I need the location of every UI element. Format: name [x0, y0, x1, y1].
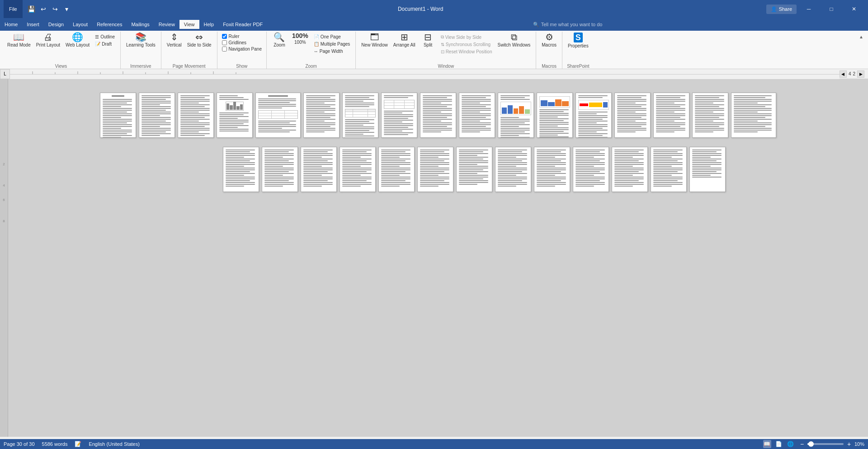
ruler-checkbox[interactable] — [222, 34, 227, 39]
tab-insert[interactable]: Insert — [22, 20, 44, 29]
page-thumb-13 — [576, 93, 612, 138]
tab-home[interactable]: Home — [0, 20, 22, 29]
tab-review[interactable]: Review — [154, 20, 179, 29]
draft-button[interactable]: 📝 Draft — [93, 41, 113, 47]
arrange-all-button[interactable]: ⊞ Arrange All — [392, 32, 417, 48]
page-thumb-8 — [381, 93, 417, 138]
page-thumb-11 — [498, 93, 534, 138]
page-marker-6: 6 — [0, 196, 8, 204]
page-thumb-10 — [459, 93, 495, 138]
gridlines-checkbox[interactable] — [222, 40, 227, 45]
side-to-side-button[interactable]: ⇔ Side to Side — [185, 32, 213, 48]
page-row-2 — [223, 147, 726, 192]
print-layout-icon: 🖨 — [43, 33, 52, 42]
ruler-bar — [10, 69, 840, 79]
page-thumb-5 — [255, 93, 301, 138]
views-secondary: ☰ Outline 📝 Draft — [93, 32, 117, 47]
close-button[interactable]: ✕ — [844, 0, 864, 18]
page-marker-8: 8 — [0, 217, 8, 225]
collapse-ribbon-button[interactable]: ▲ — [856, 32, 866, 42]
show-checkboxes: Ruler Gridlines Navigation Pane — [221, 32, 263, 63]
page-thumb-23 — [417, 147, 453, 192]
spell-check-icon[interactable]: 📝 — [75, 441, 81, 447]
print-layout-button[interactable]: 🖨 Print Layout — [34, 32, 62, 48]
tab-mailings[interactable]: Mailings — [127, 20, 154, 29]
gridlines-checkbox-row[interactable]: Gridlines — [221, 40, 247, 46]
tab-references[interactable]: References — [92, 20, 127, 29]
share-button[interactable]: 👤 Macros Share — [766, 5, 797, 14]
ribbon-group-immersive: 📚 Learning Tools Immersive — [121, 32, 161, 69]
zoom-button[interactable]: 🔍 Zoom — [270, 32, 288, 48]
read-mode-icon: 📖 — [13, 33, 24, 42]
sync-scroll-label: Synchronous Scrolling — [446, 42, 491, 47]
macros-button[interactable]: ⚙ Macros — [540, 32, 558, 48]
reset-window-position-button[interactable]: ⊡ Reset Window Position — [439, 48, 494, 55]
macros-icon: ⚙ — [545, 33, 553, 42]
zoom-thumb[interactable] — [808, 441, 814, 447]
read-mode-button[interactable]: 📖 Read Mode — [5, 32, 33, 48]
zoom-group-label: Zoom — [270, 64, 352, 69]
page-thumb-29 — [651, 147, 687, 192]
immersive-buttons: 📚 Learning Tools — [124, 32, 157, 63]
view-side-by-side-button[interactable]: ⧉ View Side by Side — [439, 33, 483, 41]
page-thumb-3 — [178, 93, 214, 138]
tab-help[interactable]: Help — [199, 20, 219, 29]
ribbon-group-zoom: 🔍 Zoom 100% 100% 📄 One Page 📋 Multiple P… — [267, 32, 356, 69]
switch-windows-button[interactable]: ⧉ Switch Windows — [495, 32, 532, 48]
zoom-minus-btn[interactable]: − — [798, 440, 806, 448]
zoom-100-icon: 100% — [292, 33, 308, 39]
one-page-button[interactable]: 📄 One Page — [312, 33, 343, 40]
file-tab[interactable]: File — [4, 0, 23, 18]
tab-design[interactable]: Design — [44, 20, 68, 29]
search-area[interactable]: 🔍 Tell me what you want to do — [267, 22, 868, 28]
search-placeholder-text: Tell me what you want to do — [541, 22, 603, 27]
page-down-btn[interactable]: ▶ — [857, 70, 864, 78]
ribbon-group-views: 📖 Read Mode 🖨 Print Layout 🌐 Web Layout … — [2, 32, 121, 69]
undo-quick-btn[interactable]: ↩ — [38, 4, 49, 14]
minimize-button[interactable]: ─ — [798, 0, 819, 18]
read-mode-view-btn[interactable]: 📖 — [763, 440, 771, 448]
outline-button[interactable]: ☰ Outline — [93, 33, 117, 40]
window-label: Window — [359, 64, 532, 69]
synchronous-scrolling-button[interactable]: ⇅ Synchronous Scrolling — [439, 41, 493, 48]
page-width-button[interactable]: ↔ Page Width — [312, 48, 345, 55]
ribbon: 📖 Read Mode 🖨 Print Layout 🌐 Web Layout … — [0, 31, 868, 69]
macros-label: Macros — [542, 42, 557, 47]
customize-quick-btn[interactable]: ▾ — [61, 4, 72, 14]
zoom-plus-btn[interactable]: + — [845, 440, 853, 448]
ruler-align-button[interactable]: L — [0, 69, 10, 79]
print-layout-view-btn[interactable]: 📄 — [775, 440, 783, 448]
redo-quick-btn[interactable]: ↪ — [50, 4, 61, 14]
vertical-button[interactable]: ⇕ Vertical — [165, 32, 184, 48]
views-buttons: 📖 Read Mode 🖨 Print Layout 🌐 Web Layout … — [5, 32, 117, 63]
web-layout-view-btn[interactable]: 🌐 — [787, 440, 795, 448]
ruler-checkbox-row[interactable]: Ruler — [221, 33, 241, 39]
ribbon-group-show: Ruler Gridlines Navigation Pane Show — [217, 32, 267, 69]
zoom-100-button[interactable]: 100% 100% — [290, 32, 310, 46]
top-bar-left: File 💾 ↩ ↪ ▾ — [0, 0, 79, 18]
zoom-slider: − + 10% — [798, 440, 864, 448]
learning-tools-button[interactable]: 📚 Learning Tools — [124, 32, 157, 48]
switch-windows-label: Switch Windows — [497, 42, 530, 47]
multiple-pages-button[interactable]: 📋 Multiple Pages — [312, 41, 352, 47]
tab-layout[interactable]: Layout — [68, 20, 92, 29]
maximize-button[interactable]: □ — [821, 0, 842, 18]
split-button[interactable]: ⊟ Split — [419, 32, 437, 48]
zoom-track[interactable] — [807, 443, 844, 445]
page-movement-label: Page Movement — [165, 64, 213, 69]
ribbon-tabs-bar: Home Insert Design Layout References Mai… — [0, 18, 868, 31]
learning-tools-label: Learning Tools — [126, 42, 156, 47]
zoom-label: Zoom — [274, 42, 285, 47]
properties-button[interactable]: S Properties — [566, 32, 590, 49]
ruler-row: L ◀ 4 2 ▶ — [0, 69, 868, 79]
navigation-pane-checkbox-row[interactable]: Navigation Pane — [221, 46, 263, 52]
tab-view[interactable]: View — [179, 20, 199, 29]
web-layout-button[interactable]: 🌐 Web Layout — [64, 32, 91, 48]
save-quick-btn[interactable]: 💾 — [26, 4, 37, 14]
page-up-btn[interactable]: ◀ — [840, 70, 847, 78]
new-window-button[interactable]: 🗔 New Window — [359, 32, 389, 48]
tab-foxit[interactable]: Foxit Reader PDF — [218, 20, 267, 29]
page-width-label: Page Width — [320, 49, 343, 54]
navigation-pane-checkbox[interactable] — [222, 47, 227, 51]
top-page-nav: ◀ 4 2 ▶ — [840, 70, 868, 78]
